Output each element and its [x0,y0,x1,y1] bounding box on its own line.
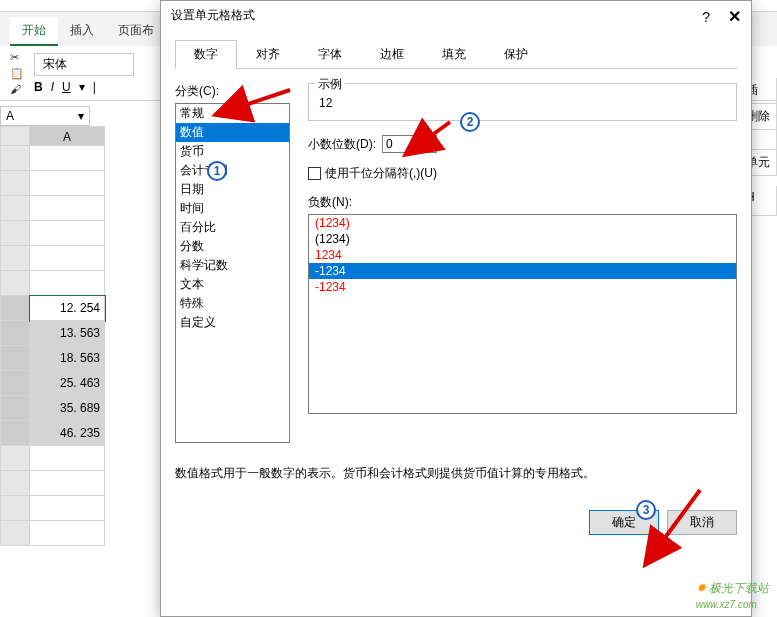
row-header[interactable] [0,521,30,546]
row-header[interactable] [0,446,30,471]
select-all-corner[interactable] [0,126,30,146]
help-icon[interactable]: ? [702,9,710,25]
name-box-dropdown-icon[interactable]: ▾ [78,109,84,123]
tab-number[interactable]: 数字 [175,40,237,69]
row-header[interactable] [0,296,30,321]
negative-item[interactable]: (1234) [309,231,736,247]
row-header[interactable] [0,146,30,171]
category-item-special[interactable]: 特殊 [176,294,289,313]
spinner-up-icon[interactable]: ▲ [422,136,436,144]
row-header[interactable] [0,346,30,371]
font-name-select[interactable]: 宋体 [34,53,134,76]
cell[interactable]: 18. 563 [30,346,105,371]
cell[interactable] [30,146,105,171]
category-item-general[interactable]: 常规 [176,104,289,123]
italic-button[interactable]: I [51,80,54,94]
format-description: 数值格式用于一般数字的表示。货币和会计格式则提供货币值计算的专用格式。 [161,457,751,490]
tab-start[interactable]: 开始 [10,17,58,46]
tab-fill[interactable]: 填充 [423,40,485,69]
cell[interactable] [30,221,105,246]
spinner-down-icon[interactable]: ▼ [422,144,436,152]
cell[interactable]: 25. 463 [30,371,105,396]
row-header[interactable] [0,371,30,396]
cell[interactable]: 46. 235 [30,421,105,446]
row-header[interactable] [0,471,30,496]
dialog-tabs: 数字 对齐 字体 边框 填充 保护 [175,40,737,69]
cancel-button[interactable]: 取消 [667,510,737,535]
category-item-scientific[interactable]: 科学记数 [176,256,289,275]
thousands-separator-row: 使用千位分隔符(,)(U) [308,165,737,182]
category-item-accounting[interactable]: 会计专用 [176,161,289,180]
row-header[interactable] [0,171,30,196]
decimal-spinner[interactable]: ▲ ▼ [382,135,437,153]
cell[interactable] [30,271,105,296]
cut-icon[interactable]: ✂ [10,51,24,64]
category-area: 分类(C): 常规 数值 货币 会计专用 日期 时间 百分比 分数 科学记数 文… [175,83,290,443]
negative-label: 负数(N): [308,194,737,211]
cell[interactable] [30,496,105,521]
toolbar-separator: | [93,80,96,94]
row-header[interactable] [0,321,30,346]
cell[interactable]: 35. 689 [30,396,105,421]
decimal-input[interactable] [382,135,422,153]
decimal-row: 小数位数(D): ▲ ▼ [308,135,737,153]
category-item-custom[interactable]: 自定义 [176,313,289,332]
font-group: 宋体 B I U ▾ | [34,53,134,94]
underline-dropdown-icon[interactable]: ▾ [79,80,85,94]
negative-item[interactable]: -1234 [309,263,736,279]
close-icon[interactable]: ✕ [728,7,741,26]
cell[interactable]: 13. 563 [30,321,105,346]
sample-value: 12 [319,96,332,110]
row-header[interactable] [0,246,30,271]
sample-label: 示例 [315,76,345,93]
tab-border[interactable]: 边框 [361,40,423,69]
cell[interactable] [30,471,105,496]
cell[interactable]: 12. 254 [30,296,105,321]
row-header[interactable] [0,421,30,446]
tab-layout[interactable]: 页面布 [106,17,166,46]
negative-item[interactable]: 1234 [309,247,736,263]
row-header[interactable] [0,496,30,521]
cell[interactable] [30,171,105,196]
tab-protection[interactable]: 保护 [485,40,547,69]
ok-button[interactable]: 确定 [589,510,659,535]
thousands-label: 使用千位分隔符(,)(U) [325,165,437,182]
underline-button[interactable]: U [62,80,71,94]
dialog-buttons: 确定 取消 [161,490,751,545]
category-item-time[interactable]: 时间 [176,199,289,218]
negative-list[interactable]: (1234) (1234) 1234 -1234 -1234 [308,214,737,414]
dialog-titlebar: 设置单元格格式 ? ✕ [161,1,751,32]
dialog-body: 分类(C): 常规 数值 货币 会计专用 日期 时间 百分比 分数 科学记数 文… [161,69,751,457]
cell[interactable] [30,246,105,271]
row-headers [0,146,30,546]
bold-button[interactable]: B [34,80,43,94]
negative-item[interactable]: -1234 [309,279,736,295]
cell[interactable] [30,521,105,546]
row-header[interactable] [0,221,30,246]
row-header[interactable] [0,271,30,296]
cell[interactable] [30,446,105,471]
copy-icon[interactable]: 📋 [10,67,24,80]
dialog-title: 设置单元格格式 [171,7,255,26]
name-box-value: A [6,109,14,123]
category-item-date[interactable]: 日期 [176,180,289,199]
negative-item[interactable]: (1234) [309,215,736,231]
cell[interactable] [30,196,105,221]
thousands-checkbox[interactable] [308,167,321,180]
category-item-number[interactable]: 数值 [176,123,289,142]
tab-insert[interactable]: 插入 [58,17,106,46]
options-area: 示例 12 小数位数(D): ▲ ▼ 使用千位分隔符(,)(U) 负数(N): [308,83,737,443]
row-header[interactable] [0,196,30,221]
cells: 12. 254 13. 563 18. 563 25. 463 35. 689 … [30,146,105,546]
category-item-currency[interactable]: 货币 [176,142,289,161]
category-item-fraction[interactable]: 分数 [176,237,289,256]
category-item-percentage[interactable]: 百分比 [176,218,289,237]
tab-alignment[interactable]: 对齐 [237,40,299,69]
format-painter-icon[interactable]: 🖌 [10,83,24,95]
category-item-text[interactable]: 文本 [176,275,289,294]
tab-font[interactable]: 字体 [299,40,361,69]
row-header[interactable] [0,396,30,421]
category-list[interactable]: 常规 数值 货币 会计专用 日期 时间 百分比 分数 科学记数 文本 特殊 自定… [175,103,290,443]
name-box[interactable]: A ▾ [0,106,90,126]
column-header-a[interactable]: A [30,126,105,146]
